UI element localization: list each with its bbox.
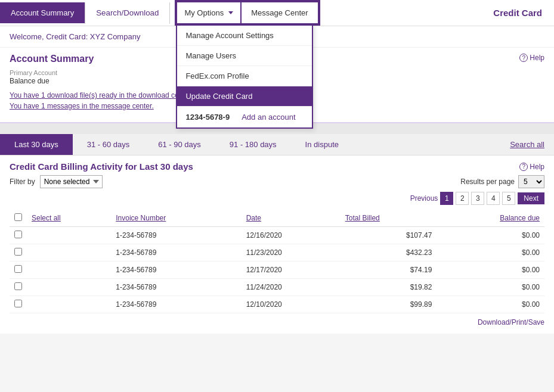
message-center-button[interactable]: Message Center <box>242 1 318 24</box>
select-all-checkbox[interactable] <box>14 213 22 221</box>
tab-in-dispute[interactable]: In dispute <box>291 134 353 155</box>
header-date[interactable]: Date <box>242 210 341 227</box>
filter-left: Filter by None selected <box>10 175 103 188</box>
row-date-0: 12/16/2020 <box>242 227 341 244</box>
fedex-profile-item[interactable]: FedEx.com Profile <box>177 66 312 86</box>
row-empty-1 <box>27 244 111 262</box>
row-date-2: 12/17/2020 <box>242 262 341 279</box>
row-checkbox-cell <box>10 227 27 244</box>
row-total-billed-4: $99.89 <box>341 296 437 313</box>
row-empty-2 <box>27 262 111 279</box>
row-invoice-2: 1-234-56789 <box>111 262 241 279</box>
primary-account-col: Primary Account Balance due <box>10 69 57 85</box>
table-row: 1-234-56789 11/23/2020 $432.23 $0.00 <box>10 244 544 262</box>
pagination-row: Previous 1 2 3 4 5 Next <box>10 192 544 205</box>
row-invoice-3: 1-234-56789 <box>111 279 241 296</box>
page-5-button[interactable]: 5 <box>502 192 515 205</box>
page-1-button[interactable]: 1 <box>440 192 453 205</box>
row-total-billed-0: $107.47 <box>341 227 437 244</box>
filter-row: Filter by None selected Results per page… <box>10 175 544 188</box>
my-options-label: My Options <box>184 8 224 17</box>
row-checkbox-cell <box>10 296 27 313</box>
dropdown-arrow-icon <box>228 11 233 14</box>
my-options-menu: Manage Account Settings Manage Users Fed… <box>176 24 313 129</box>
row-date-3: 11/24/2020 <box>242 279 341 296</box>
header-balance-due[interactable]: Balance due <box>437 210 544 227</box>
row-total-billed-1: $432.23 <box>341 244 437 262</box>
nav-divider-2 <box>169 2 170 24</box>
row-checkbox-cell <box>10 279 27 296</box>
header-invoice-number[interactable]: Invoice Number <box>111 210 241 227</box>
account-summary-tab[interactable]: Account Summary <box>0 2 85 23</box>
page-4-button[interactable]: 4 <box>487 192 500 205</box>
options-group: My Options Manage Account Settings Manag… <box>175 0 320 26</box>
top-navigation: Account Summary Search/Download My Optio… <box>0 0 554 26</box>
tab-61-90-days[interactable]: 61 - 90 days <box>144 134 215 155</box>
billing-help-label: Help <box>530 163 544 171</box>
row-empty-3 <box>27 279 111 296</box>
tab-91-180-days[interactable]: 91 - 180 days <box>215 134 291 155</box>
table-row: 1-234-56789 12/16/2020 $107.47 $0.00 <box>10 227 544 244</box>
tab-last-30-days[interactable]: Last 30 days <box>0 134 73 155</box>
table-row: 1-234-56789 12/10/2020 $99.89 $0.00 <box>10 296 544 313</box>
next-button[interactable]: Next <box>518 192 544 204</box>
row-checkbox-2[interactable] <box>14 265 22 273</box>
row-checkbox-3[interactable] <box>14 282 22 290</box>
search-download-tab[interactable]: Search/Download <box>85 2 169 23</box>
tab-spacer <box>353 134 500 155</box>
row-empty-4 <box>27 296 111 313</box>
page-3-button[interactable]: 3 <box>471 192 484 205</box>
row-balance-due-2: $0.00 <box>437 262 544 279</box>
row-checkbox-1[interactable] <box>14 248 22 256</box>
billing-section: Credit Card Billing Activity for Last 30… <box>0 155 554 334</box>
row-balance-due-0: $0.00 <box>437 227 544 244</box>
results-per-page: Results per page 5 10 25 <box>460 175 544 188</box>
page-2-button[interactable]: 2 <box>456 192 469 205</box>
manage-users-item[interactable]: Manage Users <box>177 46 312 66</box>
header-total-billed[interactable]: Total Billed <box>341 210 437 227</box>
account-summary-help[interactable]: ? Help <box>519 54 544 62</box>
select-all-link[interactable]: Select all <box>32 214 61 222</box>
balance-due-label: Balance due <box>10 77 49 85</box>
row-date-1: 11/23/2020 <box>242 244 341 262</box>
filter-label: Filter by <box>10 178 35 186</box>
help-label: Help <box>530 54 544 62</box>
row-invoice-0: 1-234-56789 <box>111 227 241 244</box>
my-options-button[interactable]: My Options <box>176 1 242 24</box>
update-credit-card-item[interactable]: Update Credit Card <box>177 86 312 107</box>
dropdown-account-row: 1234-5678-9 Add an account <box>177 107 312 127</box>
row-invoice-1: 1-234-56789 <box>111 244 241 262</box>
header-checkbox-cell <box>10 210 27 227</box>
billing-tabs: Last 30 days 31 - 60 days 61 - 90 days 9… <box>0 134 554 155</box>
help-icon: ? <box>519 54 528 62</box>
filter-select[interactable]: None selected <box>40 175 103 188</box>
row-empty-0 <box>27 227 111 244</box>
billing-table: Select all Invoice Number Date Total Bil… <box>10 210 544 313</box>
search-all-link[interactable]: Search all <box>500 134 554 155</box>
welcome-text: Welcome, Credit Card: XYZ Company <box>10 32 140 41</box>
row-balance-due-3: $0.00 <box>437 279 544 296</box>
billing-title: Credit Card Billing Activity for Last 30… <box>10 161 193 172</box>
row-total-billed-2: $74.19 <box>341 262 437 279</box>
primary-account-label: Primary Account <box>10 69 57 76</box>
row-balance-due-4: $0.00 <box>437 296 544 313</box>
download-bar[interactable]: Download/Print/Save <box>10 313 544 328</box>
account-number: 1234-5678-9 <box>185 113 230 122</box>
table-row: 1-234-56789 12/17/2020 $74.19 $0.00 <box>10 262 544 279</box>
my-options-dropdown: My Options Manage Account Settings Manag… <box>176 1 242 24</box>
manage-account-settings-item[interactable]: Manage Account Settings <box>177 26 312 46</box>
table-header-row: Select all Invoice Number Date Total Bil… <box>10 210 544 227</box>
billing-header: Credit Card Billing Activity for Last 30… <box>10 161 544 172</box>
billing-help[interactable]: ? Help <box>519 163 544 171</box>
results-per-page-select[interactable]: 5 10 25 <box>518 175 544 188</box>
billing-help-icon: ? <box>519 163 528 171</box>
row-total-billed-3: $19.82 <box>341 279 437 296</box>
row-balance-due-1: $0.00 <box>437 244 544 262</box>
tab-31-60-days[interactable]: 31 - 60 days <box>73 134 144 155</box>
row-checkbox-0[interactable] <box>14 231 22 238</box>
add-account-link[interactable]: Add an account <box>242 113 295 122</box>
header-select-all[interactable]: Select all <box>27 210 111 227</box>
previous-button[interactable]: Previous <box>410 194 438 203</box>
row-date-4: 12/10/2020 <box>242 296 341 313</box>
row-checkbox-4[interactable] <box>14 300 22 307</box>
